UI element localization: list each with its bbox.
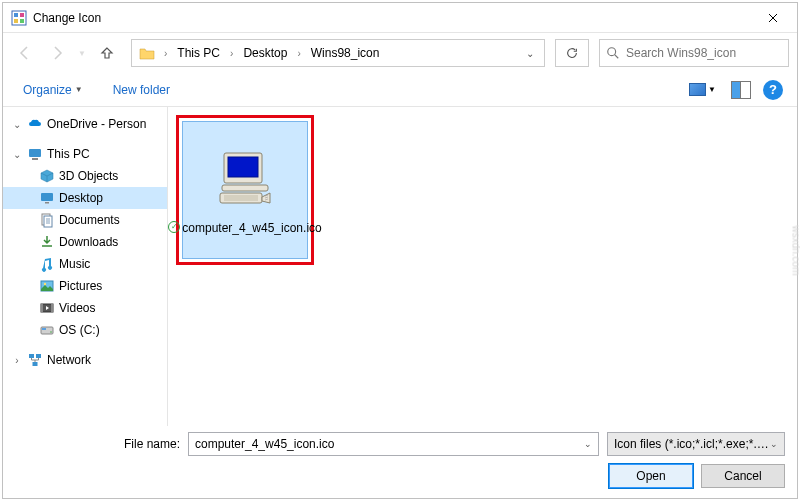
tree-downloads[interactable]: Downloads [3, 231, 167, 253]
expand-icon[interactable]: › [11, 355, 23, 366]
svg-point-5 [608, 48, 616, 56]
svg-rect-1 [14, 13, 18, 17]
desktop-icon [39, 190, 55, 206]
chevron-right-icon: › [158, 48, 173, 59]
collapse-icon[interactable]: ⌄ [11, 119, 23, 130]
svg-rect-8 [41, 193, 53, 201]
breadcrumb-item[interactable]: Desktop [239, 44, 291, 62]
folder-icon [138, 44, 156, 62]
refresh-button[interactable] [555, 39, 589, 67]
tree-label: Downloads [59, 235, 118, 249]
svg-rect-2 [20, 13, 24, 17]
tree-label: Videos [59, 301, 95, 315]
command-bar: Organize ▼ New folder ▼ ? [3, 73, 797, 107]
chevron-down-icon[interactable]: ⌄ [520, 48, 540, 59]
tree-videos[interactable]: Videos [3, 297, 167, 319]
dialog-body: ⌄ OneDrive - Person ⌄ This PC 3D Objects… [3, 107, 797, 426]
preview-pane-button[interactable] [731, 81, 753, 99]
tree-3d-objects[interactable]: 3D Objects [3, 165, 167, 187]
chevron-right-icon: › [224, 48, 239, 59]
tree-label: OneDrive - Person [47, 117, 146, 131]
back-button[interactable] [11, 39, 39, 67]
filename-input[interactable] [195, 437, 584, 451]
view-icon [689, 83, 706, 96]
search-box[interactable] [599, 39, 789, 67]
3dobjects-icon [39, 168, 55, 184]
filetype-filter[interactable]: Icon files (*.ico;*.icl;*.exe;*.dll) ⌄ [607, 432, 785, 456]
chevron-down-icon: ▼ [75, 85, 83, 94]
drive-icon [39, 322, 55, 338]
chevron-right-icon: › [291, 48, 306, 59]
dialog-footer: File name: ⌄ Icon files (*.ico;*.icl;*.e… [3, 426, 797, 498]
svg-rect-4 [20, 19, 24, 23]
thispc-icon [27, 146, 43, 162]
help-button[interactable]: ? [763, 80, 783, 100]
tree-documents[interactable]: Documents [3, 209, 167, 231]
svg-rect-24 [228, 157, 258, 177]
window-title: Change Icon [33, 11, 750, 25]
breadcrumb-item[interactable]: Wins98_icon [307, 44, 384, 62]
new-folder-label: New folder [113, 83, 170, 97]
recent-dropdown[interactable]: ▼ [75, 39, 89, 67]
open-button[interactable]: Open [609, 464, 693, 488]
tree-label: OS (C:) [59, 323, 100, 337]
videos-icon [39, 300, 55, 316]
tree-desktop[interactable]: Desktop [3, 187, 167, 209]
svg-rect-20 [29, 354, 34, 358]
svg-rect-9 [45, 202, 49, 204]
svg-rect-21 [36, 354, 41, 358]
filter-label: Icon files (*.ico;*.icl;*.exe;*.dll) [614, 437, 770, 451]
svg-rect-27 [224, 195, 258, 201]
view-menu[interactable]: ▼ [684, 80, 721, 99]
app-icon [11, 10, 27, 26]
tree-label: This PC [47, 147, 90, 161]
new-folder-button[interactable]: New folder [107, 79, 176, 101]
tree-label: Network [47, 353, 91, 367]
breadcrumb-bar[interactable]: › This PC › Desktop › Wins98_icon ⌄ [131, 39, 545, 67]
svg-rect-18 [42, 328, 46, 330]
file-list[interactable]: ✓ computer_4_w45_icon.ico [168, 107, 797, 426]
tree-pictures[interactable]: Pictures [3, 275, 167, 297]
cancel-button[interactable]: Cancel [701, 464, 785, 488]
sync-icon: ✓ [168, 221, 180, 233]
filename-combo[interactable]: ⌄ [188, 432, 599, 456]
pictures-icon [39, 278, 55, 294]
forward-button[interactable] [43, 39, 71, 67]
file-name-wrap: ✓ computer_4_w45_icon.ico [164, 221, 325, 235]
tree-label: Pictures [59, 279, 102, 293]
collapse-icon[interactable]: ⌄ [11, 149, 23, 160]
music-icon [39, 256, 55, 272]
breadcrumb-item[interactable]: This PC [173, 44, 224, 62]
tree-label: 3D Objects [59, 169, 118, 183]
svg-rect-25 [222, 185, 268, 191]
network-icon [27, 352, 43, 368]
organize-menu[interactable]: Organize ▼ [17, 79, 89, 101]
downloads-icon [39, 234, 55, 250]
highlight-box: ✓ computer_4_w45_icon.ico [176, 115, 314, 265]
documents-icon [39, 212, 55, 228]
chevron-down-icon[interactable]: ⌄ [584, 439, 592, 449]
svg-point-13 [44, 283, 46, 285]
search-input[interactable] [626, 46, 782, 60]
filename-label: File name: [15, 437, 180, 451]
up-button[interactable] [93, 39, 121, 67]
chevron-down-icon: ▼ [708, 85, 716, 94]
navigation-tree[interactable]: ⌄ OneDrive - Person ⌄ This PC 3D Objects… [3, 107, 168, 426]
chevron-down-icon: ⌄ [770, 439, 778, 449]
file-item[interactable]: ✓ computer_4_w45_icon.ico [182, 121, 308, 259]
search-icon [606, 46, 620, 60]
tree-music[interactable]: Music [3, 253, 167, 275]
tree-onedrive[interactable]: ⌄ OneDrive - Person [3, 113, 167, 135]
svg-rect-7 [32, 158, 38, 160]
svg-rect-22 [33, 362, 38, 366]
svg-rect-15 [41, 304, 43, 312]
change-icon-dialog: Change Icon ▼ › This PC › Desktop › Wins… [2, 2, 798, 499]
file-thumbnail [210, 145, 280, 215]
organize-label: Organize [23, 83, 72, 97]
close-button[interactable] [750, 3, 795, 32]
svg-rect-3 [14, 19, 18, 23]
onedrive-icon [27, 116, 43, 132]
tree-network[interactable]: › Network [3, 349, 167, 371]
tree-os-drive[interactable]: OS (C:) [3, 319, 167, 341]
tree-thispc[interactable]: ⌄ This PC [3, 143, 167, 165]
